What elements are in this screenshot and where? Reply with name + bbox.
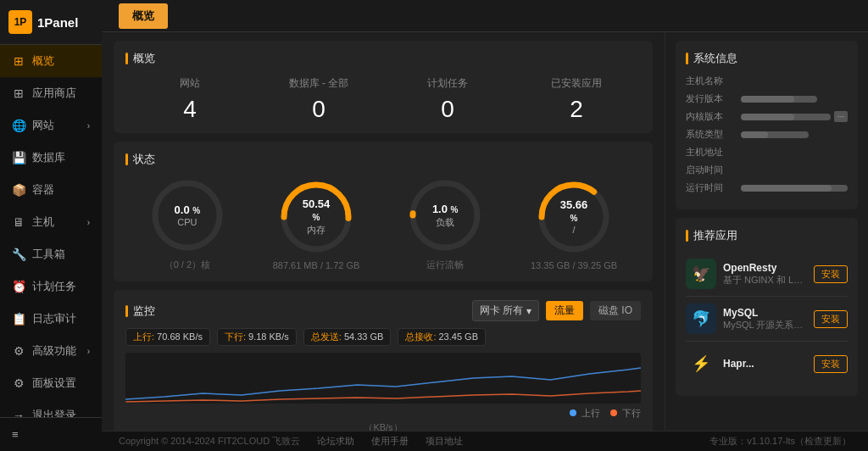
stat-item-已安装应用: 已安装应用 2 — [512, 76, 641, 123]
info-bar — [741, 96, 817, 103]
gauge-center-memory: 50.54 % 内存 — [298, 197, 336, 236]
sidebar-item-website[interactable]: 🌐 网站 › — [0, 109, 102, 142]
disk-io-tab[interactable]: 磁盘 IO — [590, 301, 641, 320]
sidebar-label-crontab: 计划任务 — [32, 279, 76, 294]
monitor-header: 监控 网卡 所有 ▾ 流量 磁盘 IO — [125, 300, 641, 321]
info-bar-fill — [741, 131, 768, 138]
gauge-disk: 35.66 % / 13.35 GB / 39.25 GB — [531, 179, 617, 270]
info-key: 主机名称 — [686, 75, 741, 87]
footer-link-project[interactable]: 项目地址 — [426, 435, 463, 448]
info-key: 系统类型 — [686, 128, 741, 141]
legend-up-dot — [570, 409, 576, 416]
gauge-sub-load: 运行流畅 — [426, 259, 464, 271]
gauge-name-disk: / — [555, 225, 593, 235]
sidebar-collapse[interactable]: ≡ — [0, 417, 102, 451]
tab-overview[interactable]: 概览 — [119, 3, 168, 29]
sidebar-label-database: 数据库 — [32, 150, 65, 165]
info-row: 发行版本 — [686, 92, 848, 105]
sidebar-item-toolbox[interactable]: 🔧 工具箱 — [0, 238, 102, 270]
install-btn-openresty[interactable]: 安装 — [814, 265, 848, 283]
sidebar-label-logout: 退出登录 — [32, 408, 76, 417]
stat-value: 4 — [125, 96, 254, 123]
sidebar-item-crontab[interactable]: ⏰ 计划任务 — [0, 270, 102, 303]
info-bar — [741, 131, 809, 138]
status-section: 状态 0.0 % CPU （0 / 2）核 50.54 % 内存 — [114, 142, 653, 281]
network-select[interactable]: 网卡 所有 ▾ — [472, 300, 539, 321]
sidebar-label-advanced: 高级功能 — [32, 343, 76, 359]
stat-label: 数据库 - 全部 — [254, 76, 383, 91]
gauge-center-load: 1.0 % 负载 — [432, 203, 459, 229]
stat-item-数据库 - 全部: 数据库 - 全部 0 — [254, 76, 383, 123]
info-key: 发行版本 — [686, 92, 741, 105]
gauge-memory: 50.54 % 内存 887.61 MB / 1.72 GB — [273, 179, 360, 270]
info-key: 启动时间 — [686, 164, 741, 176]
stat-value: 0 — [254, 96, 383, 123]
sidebar-icon-panel: ⚙ — [12, 376, 25, 390]
arrow-icon-advanced: › — [87, 347, 90, 356]
content-area: 概览 网站 4 数据库 - 全部 0 计划任务 0 已安装应用 2 状态 — [102, 32, 868, 431]
sidebar-label-panel: 面板设置 — [32, 376, 76, 391]
traffic-tab[interactable]: 流量 — [546, 301, 583, 320]
overview-title: 概览 — [125, 51, 641, 66]
stat-label: 已安装应用 — [512, 76, 641, 91]
gauge-name-load: 负载 — [432, 215, 459, 228]
gauge-center-cpu: 0.0 % CPU — [175, 203, 201, 227]
app-item-haproxy: ⚡ Hapr... 安装 — [686, 342, 848, 386]
footer-link-manual[interactable]: 使用手册 — [371, 435, 409, 448]
gauges-row: 0.0 % CPU （0 / 2）核 50.54 % 内存 887.61 MB … — [125, 177, 641, 271]
sidebar-label-website: 网站 — [32, 118, 54, 133]
legend-down: 下行 — [610, 407, 641, 420]
footer-link-forum[interactable]: 论坛求助 — [317, 435, 354, 448]
arrow-icon-website: › — [87, 121, 90, 131]
sidebar-item-database[interactable]: 💾 数据库 — [0, 142, 102, 174]
stat-item-计划任务: 计划任务 0 — [383, 76, 512, 123]
sidebar-item-overview[interactable]: ⊞ 概览 — [0, 45, 102, 77]
info-key: 运行时间 — [686, 181, 741, 194]
sidebar-item-advanced[interactable]: ⚙ 高级功能 › — [0, 335, 102, 367]
gauge-cpu: 0.0 % CPU （0 / 2）核 — [149, 177, 225, 271]
install-btn-mysql[interactable]: 安装 — [814, 310, 848, 328]
app-info-openresty: OpenResty 基于 NGINX 和 LuaJIT 的 Web 平台 — [723, 262, 807, 287]
info-bar-fill — [741, 185, 832, 192]
sidebar-item-container[interactable]: 📦 容器 — [0, 174, 102, 206]
sidebar-item-audit[interactable]: 📋 日志审计 — [0, 303, 102, 335]
sidebar-nav: ⊞ 概览 ⊞ 应用商店 🌐 网站 › 💾 数据库 📦 容器 🖥 主机 › 🔧 工… — [0, 45, 102, 417]
sidebar-icon-container: 📦 — [12, 183, 25, 197]
gauge-ring-memory: 50.54 % 内存 — [278, 179, 354, 255]
info-bar-fill — [741, 114, 794, 120]
info-row: 系统类型 — [686, 128, 848, 141]
monitor-stat-badge: 总接收: 23.45 GB — [398, 328, 486, 346]
sidebar-icon-audit: 📋 — [12, 312, 25, 326]
app-list: 🦅 OpenResty 基于 NGINX 和 LuaJIT 的 Web 平台 安… — [686, 252, 848, 386]
gauge-ring-disk: 35.66 % / — [536, 179, 612, 255]
sidebar-item-appstore[interactable]: ⊞ 应用商店 — [0, 77, 102, 109]
sidebar-item-logout[interactable]: → 退出登录 — [0, 399, 102, 417]
info-badge: ··· — [834, 111, 848, 122]
chevron-down-icon: ▾ — [526, 305, 531, 317]
install-btn-haproxy[interactable]: 安装 — [814, 355, 848, 373]
gauge-sub-disk: 13.35 GB / 39.25 GB — [531, 260, 617, 270]
sidebar-icon-overview: ⊞ — [12, 54, 25, 68]
info-bar — [741, 114, 831, 120]
app-name-haproxy: Hapr... — [723, 358, 807, 370]
info-row: 启动时间 — [686, 164, 848, 176]
stat-value: 0 — [383, 96, 512, 123]
sidebar: 1P 1Panel ⊞ 概览 ⊞ 应用商店 🌐 网站 › 💾 数据库 📦 容器 … — [0, 0, 102, 451]
stat-value: 2 — [512, 96, 641, 123]
status-title: 状态 — [125, 152, 641, 167]
gauge-load: 1.0 % 负载 运行流畅 — [407, 177, 483, 271]
app-item-openresty: 🦅 OpenResty 基于 NGINX 和 LuaJIT 的 Web 平台 安… — [686, 252, 848, 297]
sidebar-label-toolbox: 工具箱 — [32, 247, 65, 262]
info-key: 主机地址 — [686, 146, 741, 159]
info-key: 内核版本 — [686, 110, 741, 123]
right-panel: 系统信息 主机名称 发行版本 内核版本 ··· 系统类型 主机地址 — [665, 32, 868, 431]
collapse-icon: ≡ — [12, 428, 19, 441]
system-info-rows: 主机名称 发行版本 内核版本 ··· 系统类型 主机地址 启动时间 运行时间 — [686, 75, 848, 194]
sidebar-item-host[interactable]: 🖥 主机 › — [0, 206, 102, 238]
sidebar-label-audit: 日志审计 — [32, 311, 76, 326]
stat-label: 网站 — [125, 76, 254, 91]
sidebar-item-panel[interactable]: ⚙ 面板设置 — [0, 367, 102, 399]
app-info-mysql: MySQL MySQL 开源关系型数据库 — [723, 307, 807, 331]
gauge-name-memory: 内存 — [298, 224, 336, 237]
monitor-title: 监控 — [125, 303, 472, 319]
